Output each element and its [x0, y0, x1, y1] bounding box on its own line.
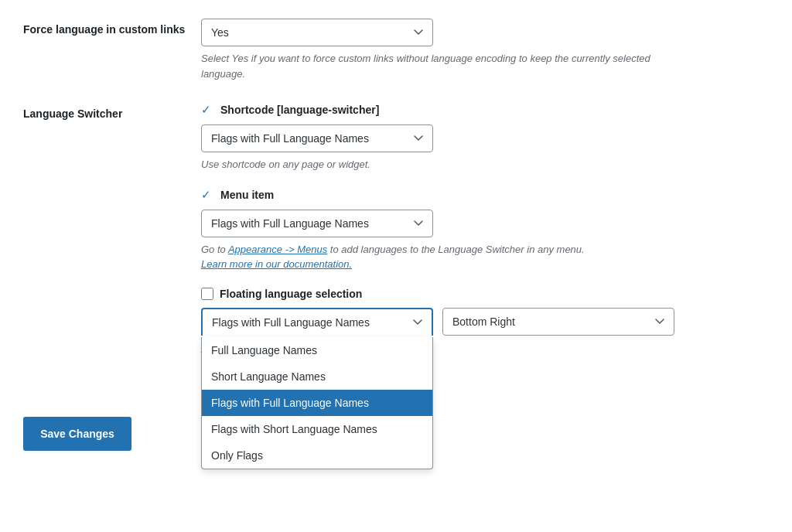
dropdown-option-full-language[interactable]: Full Language Names	[202, 337, 432, 363]
shortcode-style-dropdown[interactable]: Full Language Names Short Language Names…	[201, 124, 433, 152]
force-language-row: Force language in custom links Yes No Se…	[23, 19, 769, 81]
language-switcher-row: Language Switcher ✓ Shortcode [language-…	[23, 103, 769, 372]
learn-more-link[interactable]: Learn more in our documentation.	[201, 258, 352, 270]
shortcode-checkmark: ✓	[201, 103, 211, 117]
menu-item-checkbox-row: ✓ Menu item	[201, 188, 769, 202]
save-changes-button[interactable]: Save Changes	[23, 417, 131, 451]
shortcode-description: Use shortcode on any page or widget.	[201, 157, 696, 172]
floating-checkbox-row: Floating language selection	[201, 288, 769, 300]
force-language-description: Select Yes if you want to force custom l…	[201, 51, 696, 81]
dropdown-option-flags-short[interactable]: Flags with Short Language Names	[202, 416, 432, 442]
floating-checkbox[interactable]	[201, 288, 213, 300]
dropdown-option-flags-full[interactable]: Flags with Full Language Names	[202, 390, 432, 416]
force-language-label: Force language in custom links	[23, 19, 201, 36]
shortcode-section: ✓ Shortcode [language-switcher] Full Lan…	[201, 103, 769, 172]
shortcode-checkbox-row: ✓ Shortcode [language-switcher]	[201, 103, 769, 117]
menu-item-section: ✓ Menu item Full Language Names Short La…	[201, 188, 769, 272]
force-language-content: Yes No Select Yes if you want to force c…	[201, 19, 769, 81]
floating-position-dropdown[interactable]: Bottom Right Bottom Left Top Right Top L…	[442, 308, 674, 336]
dropdown-option-short-language[interactable]: Short Language Names	[202, 363, 432, 390]
dropdown-option-only-flags[interactable]: Only Flags	[202, 442, 432, 469]
menu-item-style-dropdown[interactable]: Full Language Names Short Language Names…	[201, 210, 433, 237]
menu-item-label: Menu item	[220, 189, 274, 201]
floating-label: Floating language selection	[220, 288, 362, 300]
language-switcher-content: ✓ Shortcode [language-switcher] Full Lan…	[201, 103, 769, 372]
shortcode-label: Shortcode [language-switcher]	[220, 104, 379, 116]
appearance-menus-link[interactable]: Appearance -> Menus	[228, 244, 327, 255]
language-switcher-label: Language Switcher	[23, 103, 201, 120]
floating-section: Floating language selection Full Languag…	[201, 288, 769, 357]
menu-item-description: Go to Appearance -> Menus to add languag…	[201, 242, 696, 272]
floating-style-wrapper: Full Language Names Short Language Names…	[201, 308, 433, 336]
force-language-dropdown[interactable]: Yes No	[201, 19, 433, 46]
floating-dropdowns-row: Full Language Names Short Language Names…	[201, 308, 769, 336]
floating-dropdown-open: Full Language Names Short Language Names…	[201, 337, 433, 469]
floating-style-dropdown[interactable]: Full Language Names Short Language Names…	[201, 308, 433, 336]
settings-page: Force language in custom links Yes No Se…	[0, 0, 792, 532]
menu-item-checkmark: ✓	[201, 188, 211, 202]
